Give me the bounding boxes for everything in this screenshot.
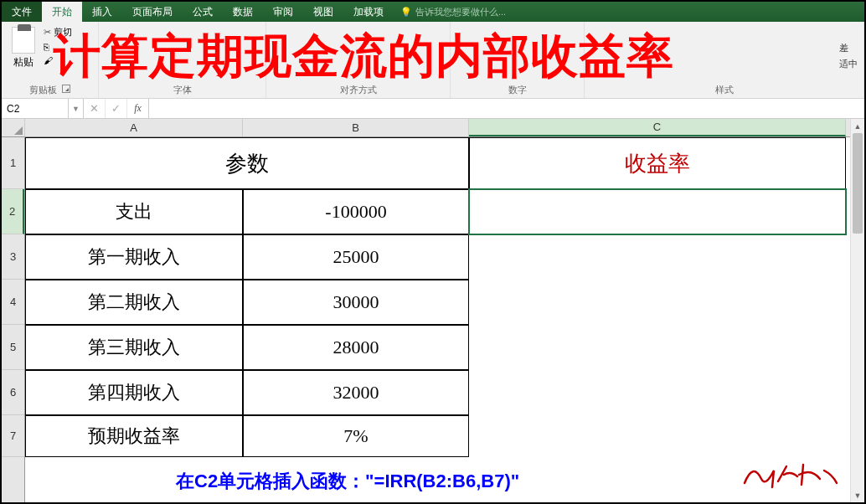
- cell-b2[interactable]: -100000: [243, 189, 469, 234]
- tab-view[interactable]: 视图: [303, 2, 343, 22]
- tab-page-layout[interactable]: 页面布局: [122, 2, 183, 22]
- tab-insert[interactable]: 插入: [82, 2, 122, 22]
- scissors-icon: ✂: [44, 27, 51, 38]
- signature-icon: [740, 458, 841, 491]
- row-header-6[interactable]: 6: [2, 370, 24, 415]
- paste-button[interactable]: 粘贴: [8, 25, 39, 82]
- col-header-c[interactable]: C: [469, 119, 846, 136]
- cell-b7[interactable]: 7%: [243, 415, 469, 457]
- cancel-formula-button[interactable]: ✕: [84, 99, 106, 118]
- tab-data[interactable]: 数据: [223, 2, 263, 22]
- row-header-1[interactable]: 1: [2, 137, 24, 189]
- tell-me-search[interactable]: 💡 告诉我您想要做什么...: [400, 6, 506, 18]
- paste-label: 粘贴: [13, 55, 34, 69]
- lightbulb-icon: 💡: [400, 7, 412, 18]
- menu-tabs: 文件 开始 插入 页面布局 公式 数据 审阅 视图 加载项 💡 告诉我您想要做什…: [2, 2, 864, 22]
- select-all-corner[interactable]: [2, 119, 25, 137]
- cell-b6[interactable]: 32000: [243, 370, 469, 415]
- scroll-thumb[interactable]: [853, 133, 863, 234]
- row-header-4[interactable]: 4: [2, 280, 24, 325]
- col-header-b[interactable]: B: [243, 119, 469, 136]
- clipboard-icon: [12, 27, 35, 54]
- cell-a3[interactable]: 第一期收入: [25, 234, 243, 280]
- cell-a5[interactable]: 第三期收入: [25, 325, 243, 370]
- formula-input[interactable]: [149, 99, 864, 118]
- row-header-5[interactable]: 5: [2, 325, 24, 370]
- name-box[interactable]: C2: [2, 99, 69, 118]
- name-box-dropdown[interactable]: ▼: [69, 99, 84, 118]
- formula-bar: C2 ▼ ✕ ✓ fx: [2, 99, 864, 119]
- cell-c2[interactable]: [469, 189, 846, 234]
- cell-c1[interactable]: 收益率: [469, 137, 846, 189]
- tell-me-label: 告诉我您想要做什么...: [415, 6, 506, 18]
- vertical-scrollbar[interactable]: ▲ ▼: [850, 119, 864, 502]
- fx-button[interactable]: fx: [127, 99, 149, 118]
- row-header-7[interactable]: 7: [2, 415, 24, 457]
- scroll-down-button[interactable]: ▼: [851, 488, 864, 502]
- cell-a6[interactable]: 第四期收入: [25, 370, 243, 415]
- tab-formulas[interactable]: 公式: [183, 2, 223, 22]
- cell-a2[interactable]: 支出: [25, 189, 243, 234]
- tab-file[interactable]: 文件: [2, 2, 42, 22]
- tab-addins[interactable]: 加载项: [343, 2, 394, 22]
- overlay-title: 计算定期现金流的内部收益率: [54, 25, 858, 89]
- col-header-a[interactable]: A: [25, 119, 243, 136]
- accept-formula-button[interactable]: ✓: [106, 99, 127, 118]
- cell-b5[interactable]: 28000: [243, 325, 469, 370]
- cell-b4[interactable]: 30000: [243, 280, 469, 325]
- copy-icon: ⎘: [44, 42, 49, 52]
- brush-icon: 🖌: [44, 55, 53, 65]
- tab-review[interactable]: 审阅: [263, 2, 303, 22]
- cell-b3[interactable]: 25000: [243, 234, 469, 280]
- row-header-2[interactable]: 2: [2, 189, 24, 234]
- scroll-up-button[interactable]: ▲: [851, 119, 864, 133]
- row-header-3[interactable]: 3: [2, 234, 24, 280]
- cell-a7[interactable]: 预期收益率: [25, 415, 243, 457]
- overlay-hint: 在C2单元格插入函数："=IRR(B2:B6,B7)": [176, 469, 519, 494]
- signature: [740, 458, 841, 497]
- cell-a4[interactable]: 第二期收入: [25, 280, 243, 325]
- spreadsheet: A B C 1 2 3 4 5 6 7 参数 收益率 支出 -100000 第一…: [2, 119, 864, 502]
- tab-home[interactable]: 开始: [42, 2, 82, 22]
- cell-a1-b1[interactable]: 参数: [25, 137, 469, 189]
